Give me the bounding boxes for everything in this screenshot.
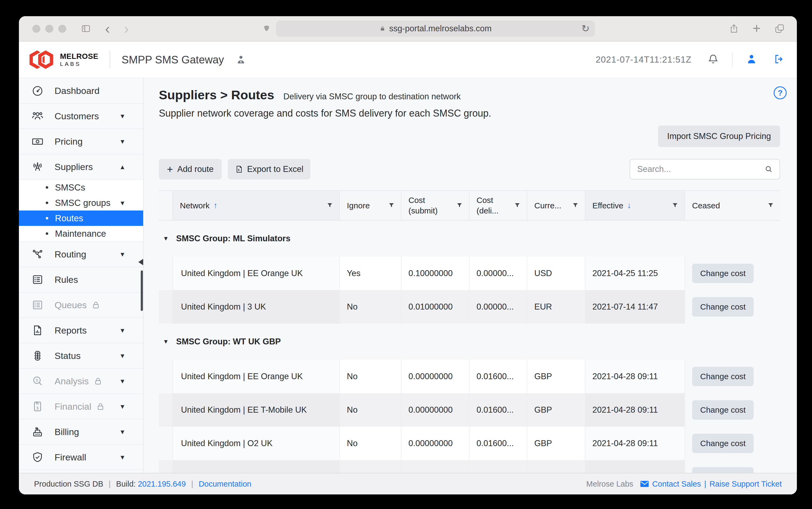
sidebar-scrollbar-thumb[interactable] xyxy=(141,270,143,311)
sidebar-item-financial[interactable]: $ Financial ▾ xyxy=(19,394,143,419)
sidebar-item-pricing[interactable]: Pricing ▾ xyxy=(19,129,143,155)
search-input[interactable] xyxy=(637,164,764,174)
filter-icon[interactable] xyxy=(572,202,579,209)
change-cost-button[interactable]: Change cost xyxy=(692,467,754,473)
sidebar-item-rules[interactable]: Rules xyxy=(19,267,143,293)
sidebar-item-label: Billing xyxy=(55,427,79,437)
sidebar-item-maintenance[interactable]: Maintenance xyxy=(19,226,143,241)
caret-down-icon: ▾ xyxy=(121,453,124,462)
sidebar-item-label: Suppliers xyxy=(55,162,93,172)
import-smsc-group-pricing-button[interactable]: Import SMSC Group Pricing xyxy=(658,126,780,147)
sidebar-item-routing[interactable]: Routing ▾ xyxy=(19,242,143,267)
group-row-ml-simulators[interactable]: ▼ SMSC Group: ML Simulators xyxy=(159,220,780,257)
change-cost-button[interactable]: Change cost xyxy=(692,434,754,453)
column-header-effective[interactable]: Effective ↓ xyxy=(585,191,685,220)
raise-support-ticket-link[interactable]: Raise Support Ticket xyxy=(709,480,782,488)
column-header-network[interactable]: Network ↑ xyxy=(173,191,340,220)
group-row-wt-uk-gbp[interactable]: ▼ SMSC Group: WT UK GBP xyxy=(159,324,780,360)
back-button[interactable]: ‹ xyxy=(105,21,110,36)
currency-cell: GBP xyxy=(527,393,585,427)
sort-asc-icon: ↑ xyxy=(213,201,217,210)
column-header-cost-delivery[interactable]: Cost (deli... xyxy=(469,191,527,220)
queues-list-icon xyxy=(31,299,44,311)
new-tab-icon[interactable]: + xyxy=(753,23,761,34)
search-box[interactable] xyxy=(630,159,780,179)
privacy-shield-icon[interactable] xyxy=(262,24,271,33)
svg-text:$: $ xyxy=(36,378,38,382)
sidebar-item-queues[interactable]: Queues xyxy=(19,293,143,318)
sidebar-item-label: Dashboard xyxy=(55,86,99,96)
filter-icon[interactable] xyxy=(326,202,333,209)
page-title-hint: Delivery via SMSC group to destination n… xyxy=(283,92,461,101)
caret-down-icon: ▾ xyxy=(121,137,124,146)
sidebar-item-suppliers[interactable]: Suppliers ▴ xyxy=(19,155,143,180)
tab-overview-icon[interactable] xyxy=(774,23,785,34)
filter-icon[interactable] xyxy=(672,202,679,209)
filter-icon[interactable] xyxy=(514,202,521,209)
close-window-button[interactable] xyxy=(32,25,40,33)
sidebar-item-reports[interactable]: Reports ▾ xyxy=(19,318,143,343)
firewall-shield-icon xyxy=(31,451,44,464)
contact-sales-link[interactable]: Contact Sales xyxy=(652,480,701,488)
minimize-window-button[interactable] xyxy=(45,25,53,33)
sidebar-item-dashboard[interactable]: Dashboard xyxy=(19,78,143,104)
sidebar-item-billing[interactable]: Billing ▾ xyxy=(19,419,143,445)
change-cost-button[interactable]: Change cost xyxy=(692,264,754,283)
ignore-cell: No xyxy=(340,360,401,393)
build-version-link[interactable]: 2021.195.649 xyxy=(138,480,186,488)
sidebar-toggle-icon[interactable] xyxy=(81,24,91,34)
dashboard-icon xyxy=(31,84,44,97)
header-gutter-cell xyxy=(159,191,173,220)
sidebar-item-routes[interactable]: Routes xyxy=(19,210,143,226)
browser-toolbar: ‹ › ssg-portal.melroselabs.com ↻ + xyxy=(19,16,797,41)
collapse-group-icon[interactable]: ▼ xyxy=(163,235,169,242)
add-route-button[interactable]: + Add route xyxy=(159,159,222,179)
filter-icon[interactable] xyxy=(388,202,395,209)
table-row: United Kingdom | Vodafone UK No 0.000000… xyxy=(159,460,780,473)
sidebar-item-label: SMSC groups xyxy=(55,198,111,208)
sidebar-item-smsc-groups[interactable]: SMSC groups ▾ xyxy=(19,195,143,210)
sidebar-item-customers[interactable]: Customers ▾ xyxy=(19,104,143,129)
currency-cell: GBP xyxy=(527,460,585,473)
cost-submit-cell: 0.00000000 xyxy=(401,393,469,427)
build-label: Build: xyxy=(116,480,136,488)
effective-cell: 2021-04-28 09:11 xyxy=(585,427,685,460)
change-cost-button[interactable]: Change cost xyxy=(692,297,754,316)
share-icon[interactable] xyxy=(729,23,739,34)
zoom-window-button[interactable] xyxy=(58,25,66,33)
help-icon[interactable]: ? xyxy=(774,87,787,99)
change-cost-button[interactable]: Change cost xyxy=(692,400,754,420)
column-header-cost-submit[interactable]: Cost (submit) xyxy=(401,191,469,220)
sidebar-item-status[interactable]: Status ▾ xyxy=(19,343,143,369)
logout-icon[interactable] xyxy=(773,53,785,66)
reload-icon[interactable]: ↻ xyxy=(581,24,589,33)
column-header-currency[interactable]: Curre... xyxy=(527,191,585,220)
effective-cell: 2021-07-14 11:47 xyxy=(585,290,685,324)
sidebar-collapse-handle[interactable] xyxy=(138,259,144,266)
notifications-bell-icon[interactable] xyxy=(707,53,719,66)
filter-icon[interactable] xyxy=(456,202,463,209)
sidebar-nav: Dashboard Customers ▾ Pricing ▾ Supplier… xyxy=(19,78,144,473)
account-avatar-icon[interactable] xyxy=(746,53,757,66)
brand-wordmark: MELROSE LABS xyxy=(60,53,98,67)
address-bar[interactable]: ssg-portal.melroselabs.com ↻ xyxy=(276,21,595,37)
analysis-magnifier-icon: $ xyxy=(31,375,44,387)
filter-icon[interactable] xyxy=(767,202,774,209)
sidebar-item-firewall[interactable]: Firewall ▾ xyxy=(19,445,143,470)
sidebar-item-analysis[interactable]: $ Analysis ▾ xyxy=(19,369,143,394)
sidebar-item-smscs[interactable]: SMSCs xyxy=(19,180,143,195)
suppliers-antenna-icon xyxy=(31,161,44,173)
change-cost-button[interactable]: Change cost xyxy=(692,367,754,386)
column-header-ignore[interactable]: Ignore xyxy=(340,191,401,220)
documentation-link[interactable]: Documentation xyxy=(198,480,251,488)
forward-button[interactable]: › xyxy=(124,21,129,36)
effective-cell: 2021-04-28 09:11 xyxy=(585,393,685,427)
collapse-group-icon[interactable]: ▼ xyxy=(163,338,169,345)
column-header-ceased[interactable]: Ceased xyxy=(685,191,780,220)
export-to-excel-button[interactable]: x Export to Excel xyxy=(228,159,310,179)
network-cell: United Kingdom | EE T-Mobile UK xyxy=(173,393,340,427)
environment-label: Production SSG DB xyxy=(34,480,103,488)
suppliers-submenu: SMSCs SMSC groups ▾ Routes Maintenance xyxy=(19,180,143,242)
ignore-cell: Yes xyxy=(340,257,401,290)
sidebar-item-label: Customers xyxy=(55,111,99,122)
